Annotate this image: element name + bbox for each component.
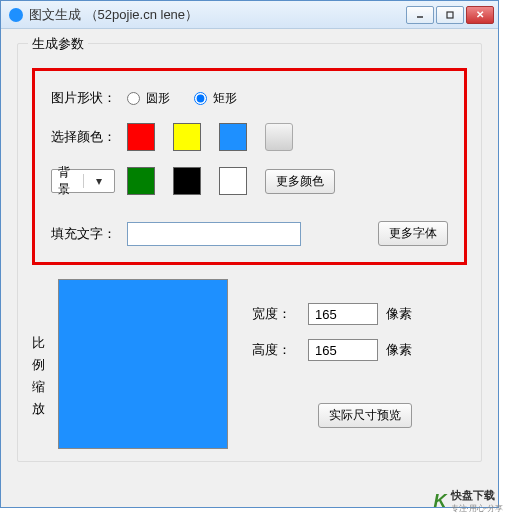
minimize-button[interactable] xyxy=(406,6,434,24)
size-area: 宽度： 像素 高度： 像素 实际尺寸预览 xyxy=(252,279,412,449)
fill-text-input[interactable] xyxy=(127,222,301,246)
shape-rect-radio[interactable]: 矩形 xyxy=(194,90,237,107)
logo-subtitle: 专注·用心·分享 xyxy=(451,503,503,514)
vlabel-char: 比 xyxy=(32,334,50,352)
logo-brand: 快盘下载 xyxy=(451,488,503,503)
height-label: 高度： xyxy=(252,341,300,359)
highlighted-params-area: 图片形状： 圆形 矩形 选择颜色： xyxy=(32,68,467,265)
swatch-row-1 xyxy=(127,123,293,151)
height-input[interactable] xyxy=(308,339,378,361)
chevron-down-icon: ▾ xyxy=(83,174,115,188)
radio-rect-input[interactable] xyxy=(194,92,207,105)
window-controls: ✕ xyxy=(406,6,494,24)
vlabel-char: 例 xyxy=(32,356,50,374)
maximize-icon xyxy=(445,10,455,20)
swatch-black[interactable] xyxy=(173,167,201,195)
more-colors-button[interactable]: 更多颜色 xyxy=(265,169,335,194)
swatch-default[interactable] xyxy=(265,123,293,151)
width-unit: 像素 xyxy=(386,305,412,323)
watermark-logo: K 快盘下载 专注·用心·分享 xyxy=(434,488,503,514)
groupbox-title: 生成参数 xyxy=(28,35,88,53)
width-row: 宽度： 像素 xyxy=(252,303,412,325)
more-fonts-button[interactable]: 更多字体 xyxy=(378,221,448,246)
height-unit: 像素 xyxy=(386,341,412,359)
bg-combo[interactable]: 背景 ▾ xyxy=(51,169,115,193)
preview-canvas xyxy=(58,279,228,449)
bg-combo-label: 背景 xyxy=(52,164,83,198)
client-area: 生成参数 图片形状： 圆形 矩形 选择颜色： xyxy=(1,29,498,472)
fill-text-label: 填充文字： xyxy=(51,225,127,243)
titlebar: 图文生成 （52pojie.cn lene） ✕ xyxy=(1,1,498,29)
swatch-green[interactable] xyxy=(127,167,155,195)
color-label: 选择颜色： xyxy=(51,128,127,146)
params-groupbox: 生成参数 图片形状： 圆形 矩形 选择颜色： xyxy=(17,43,482,462)
color-row-2: 背景 ▾ 更多颜色 xyxy=(51,167,448,195)
logo-icon: K xyxy=(434,491,447,512)
radio-circle-input[interactable] xyxy=(127,92,140,105)
swatch-yellow[interactable] xyxy=(173,123,201,151)
radio-rect-label: 矩形 xyxy=(213,90,237,107)
minimize-icon xyxy=(415,10,425,20)
close-button[interactable]: ✕ xyxy=(466,6,494,24)
height-row: 高度： 像素 xyxy=(252,339,412,361)
text-row: 填充文字： 更多字体 xyxy=(51,221,448,246)
width-input[interactable] xyxy=(308,303,378,325)
svg-rect-1 xyxy=(447,12,453,18)
shape-label: 图片形状： xyxy=(51,89,127,107)
width-label: 宽度： xyxy=(252,305,300,323)
swatch-red[interactable] xyxy=(127,123,155,151)
shape-circle-radio[interactable]: 圆形 xyxy=(127,90,170,107)
app-icon xyxy=(9,8,23,22)
swatch-white[interactable] xyxy=(219,167,247,195)
close-icon: ✕ xyxy=(476,9,484,20)
window-title: 图文生成 （52pojie.cn lene） xyxy=(29,6,406,24)
app-window: 图文生成 （52pojie.cn lene） ✕ 生成参数 图片形状： 圆形 xyxy=(0,0,499,508)
actual-size-preview-button[interactable]: 实际尺寸预览 xyxy=(318,403,412,428)
maximize-button[interactable] xyxy=(436,6,464,24)
vlabel-char: 缩 xyxy=(32,378,50,396)
swatch-row-2: 更多颜色 xyxy=(127,167,335,195)
radio-circle-label: 圆形 xyxy=(146,90,170,107)
swatch-blue[interactable] xyxy=(219,123,247,151)
bottom-area: 比 例 缩 放 宽度： 像素 高度： 像素 xyxy=(30,279,469,449)
vlabel-char: 放 xyxy=(32,400,50,418)
scale-vertical-label: 比 例 缩 放 xyxy=(32,303,50,449)
shape-row: 图片形状： 圆形 矩形 xyxy=(51,89,448,107)
color-row-1: 选择颜色： xyxy=(51,123,448,151)
